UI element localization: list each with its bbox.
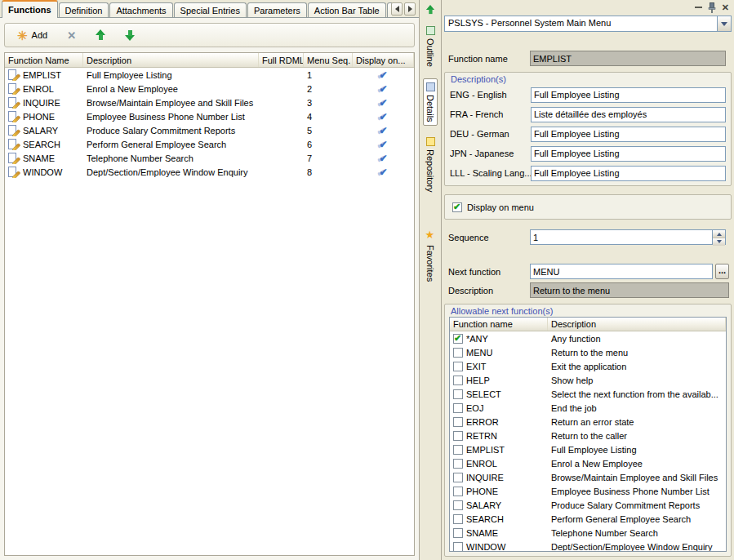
function-description-cell: Perform General Employee Search — [83, 140, 259, 149]
side-tab[interactable]: Details — [423, 78, 438, 127]
next-function-field[interactable] — [530, 264, 713, 279]
tab-scroll-left-button[interactable] — [391, 2, 403, 16]
allowable-checkbox[interactable] — [453, 487, 463, 496]
allowable-checkbox[interactable] — [453, 348, 463, 358]
allowable-description-cell: Exit the application — [548, 362, 726, 371]
column-header-full-rdmlx[interactable]: Full RDMLX — [259, 53, 304, 67]
description-input[interactable] — [531, 127, 726, 142]
tab[interactable]: Definition — [59, 2, 109, 18]
allowable-row[interactable]: RETRN Return to the caller — [450, 429, 726, 442]
allowable-row[interactable]: *ANY Any function — [450, 331, 726, 345]
allowable-row[interactable]: SNAME Telephone Number Search — [450, 526, 726, 540]
move-down-button[interactable] — [121, 26, 139, 44]
allowable-row[interactable]: SALARY Produce Salary Commitment Reports — [450, 498, 726, 512]
column-header-function-name[interactable]: Function Name — [5, 53, 83, 67]
allowable-row[interactable]: SELECT Select the next function from the… — [450, 387, 726, 401]
function-document-icon — [8, 125, 20, 136]
tab[interactable]: Parameters — [247, 2, 307, 18]
allowable-name-cell: EOJ — [450, 403, 548, 413]
allowable-checkbox[interactable] — [453, 403, 463, 413]
table-row[interactable]: SNAME Telephone Number Search 7 ✔ — [5, 151, 414, 165]
table-row[interactable]: SALARY Produce Salary Commitment Reports… — [5, 123, 414, 137]
allowable-checkbox[interactable] — [453, 389, 463, 399]
allowable-row[interactable]: INQUIRE Browse/Maintain Employee and Ski… — [450, 470, 726, 484]
combo-dropdown-button[interactable] — [717, 16, 731, 31]
tab[interactable]: Functions — [2, 0, 58, 18]
allowable-row[interactable]: PHONE Employee Business Phone Number Lis… — [450, 484, 726, 498]
column-header-display-on[interactable]: Display on... — [353, 53, 414, 67]
allowable-row[interactable]: EOJ End the job — [450, 401, 726, 415]
table-row[interactable]: INQUIRE Browse/Maintain Employee and Ski… — [5, 96, 414, 109]
allowable-description-cell: Produce Salary Commitment Reports — [548, 500, 726, 510]
allowable-row[interactable]: ERROR Return an error state — [450, 415, 726, 429]
side-tab[interactable]: Favorites — [423, 227, 438, 286]
table-row[interactable]: PHONE Employee Business Phone Number Lis… — [5, 109, 414, 123]
close-icon[interactable]: ✕ — [722, 3, 729, 12]
language-label: JPN - Japanese — [450, 149, 531, 158]
next-description-field — [530, 282, 729, 298]
display-on-cell: ✔ — [353, 125, 414, 136]
description-input[interactable] — [531, 166, 726, 181]
menu-seq-cell: 4 — [304, 112, 353, 122]
collapse-button[interactable] — [425, 4, 435, 17]
allowable-checkbox[interactable] — [453, 417, 463, 427]
side-tab[interactable]: Outline — [423, 22, 438, 71]
add-button[interactable]: ✳ Add — [13, 26, 51, 44]
delete-button[interactable]: ✕ — [63, 26, 80, 44]
allowable-column-description[interactable]: Description — [548, 318, 726, 331]
allowable-checkbox[interactable] — [453, 514, 463, 524]
description-input[interactable] — [531, 107, 726, 122]
allowable-name-cell: ERROR — [450, 417, 548, 427]
allowable-checkbox[interactable] — [453, 445, 463, 455]
move-up-button[interactable] — [91, 26, 109, 44]
function-name-field — [530, 51, 726, 66]
sequence-input[interactable] — [531, 230, 712, 244]
description-input[interactable] — [531, 87, 726, 103]
allowable-name-cell: *ANY — [450, 334, 548, 344]
allowable-group-title: Allowable next function(s) — [451, 306, 553, 316]
table-row[interactable]: WINDOW Dept/Section/Employee Window Enqu… — [5, 165, 414, 179]
allowable-checkbox[interactable] — [453, 376, 463, 385]
pin-icon[interactable] — [708, 2, 716, 13]
allowable-checkbox[interactable] — [453, 542, 463, 552]
table-row[interactable]: EMPLIST Full Employee Listing 1 ✔ — [5, 68, 414, 82]
allowable-row[interactable]: WINDOW Dept/Section/Employee Window Enqu… — [450, 540, 726, 552]
spin-up-button[interactable] — [713, 230, 725, 238]
column-header-description[interactable]: Description — [83, 53, 259, 67]
allowable-checkbox[interactable] — [453, 473, 463, 482]
description-input[interactable] — [531, 146, 726, 162]
allowable-checkbox[interactable] — [453, 528, 463, 538]
allowable-row[interactable]: HELP Show help — [450, 373, 726, 387]
tab[interactable]: Special Entries — [174, 2, 247, 18]
next-description-label: Description — [448, 286, 493, 296]
function-description-cell: Employee Business Phone Number List — [83, 112, 259, 122]
minimize-icon[interactable] — [695, 7, 702, 8]
allowable-row[interactable]: MENU Return to the menu — [450, 345, 726, 359]
tab-scroll-right-button[interactable] — [404, 2, 416, 16]
table-row[interactable]: ENROL Enrol a New Employee 2 ✔ — [5, 82, 414, 96]
display-on-cell: ✔ — [353, 153, 414, 164]
allowable-row[interactable]: EXIT Exit the application — [450, 359, 726, 373]
browse-button[interactable]: ... — [715, 264, 729, 279]
allowable-checkbox[interactable] — [453, 431, 463, 441]
spin-down-button[interactable] — [713, 238, 725, 246]
side-tab-label: Repository — [425, 149, 435, 193]
allowable-name-cell: SEARCH — [450, 514, 548, 524]
allowable-description-cell: Dept/Section/Employee Window Enquiry — [548, 542, 726, 552]
tab[interactable]: Action Bar Table — [308, 2, 386, 18]
allowable-checkbox[interactable] — [453, 362, 463, 371]
allowable-checkbox[interactable] — [453, 500, 463, 510]
display-on-menu-checkbox[interactable] — [452, 202, 462, 212]
allowable-checkbox[interactable] — [453, 459, 463, 469]
allowable-row[interactable]: ENROL Enrol a New Employee — [450, 456, 726, 470]
allowable-column-function-name[interactable]: Function name — [450, 318, 548, 331]
table-row[interactable]: SEARCH Perform General Employee Search 6… — [5, 137, 414, 151]
tab[interactable]: Attachments — [109, 2, 172, 18]
side-tab[interactable]: Repository — [423, 133, 438, 197]
chevron-down-icon — [721, 22, 727, 29]
allowable-row[interactable]: EMPLIST Full Employee Listing — [450, 442, 726, 456]
allowable-checkbox[interactable] — [453, 334, 463, 344]
column-header-menu-seq[interactable]: Menu Seq. — [304, 53, 353, 67]
allowable-row[interactable]: SEARCH Perform General Employee Search — [450, 512, 726, 526]
function-selector-combo[interactable]: PSLSYS - Personnel System Main Menu — [444, 16, 732, 32]
